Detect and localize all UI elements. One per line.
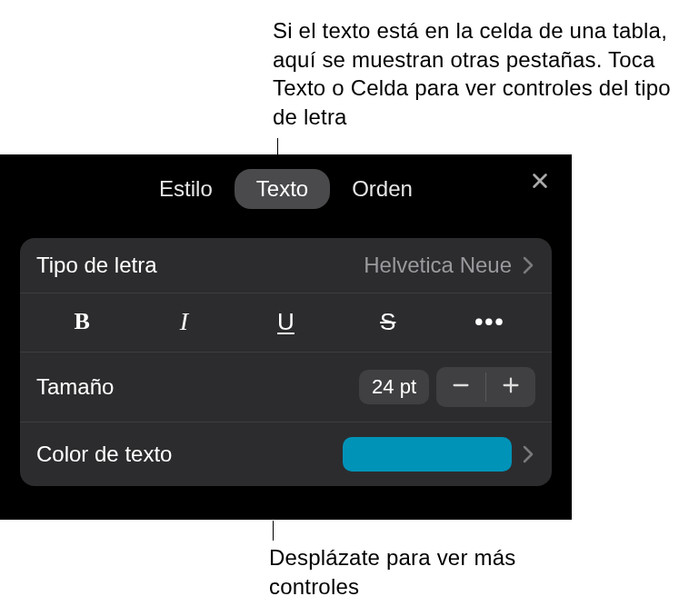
bold-button[interactable]: B xyxy=(31,299,133,344)
strikethrough-icon: S xyxy=(380,308,395,336)
font-value: Helvetica Neue xyxy=(364,253,512,278)
minus-icon xyxy=(451,373,471,402)
underline-button[interactable]: U xyxy=(235,299,336,344)
strikethrough-button[interactable]: S xyxy=(337,299,439,344)
more-icon: ••• xyxy=(474,308,504,336)
text-color-label: Color de texto xyxy=(36,442,172,467)
size-stepper xyxy=(436,367,535,407)
tab-text[interactable]: Texto xyxy=(235,169,330,209)
tab-segment: Estilo Texto Orden xyxy=(15,169,557,209)
underline-icon: U xyxy=(277,308,295,336)
font-row[interactable]: Tipo de letra Helvetica Neue xyxy=(20,238,552,293)
color-swatch[interactable] xyxy=(343,437,512,472)
plus-icon xyxy=(501,373,521,402)
text-format-card: Tipo de letra Helvetica Neue B I U S xyxy=(20,238,552,486)
tab-style[interactable]: Estilo xyxy=(137,169,235,209)
size-value[interactable]: 24 pt xyxy=(359,370,429,404)
chevron-right-icon xyxy=(523,255,535,275)
tab-bar: Estilo Texto Orden xyxy=(0,154,572,211)
size-row: Tamaño 24 pt xyxy=(20,353,552,422)
text-style-row: B I U S ••• xyxy=(20,293,552,353)
callout-bottom: Desplázate para ver más controles xyxy=(269,543,560,601)
size-label: Tamaño xyxy=(36,374,114,400)
text-color-row[interactable]: Color de texto xyxy=(20,422,552,486)
close-button[interactable] xyxy=(526,169,554,196)
decrease-size-button[interactable] xyxy=(436,367,485,407)
increase-size-button[interactable] xyxy=(486,367,535,407)
italic-button[interactable]: I xyxy=(133,299,235,344)
chevron-right-icon xyxy=(523,444,535,464)
format-panel: Estilo Texto Orden Tipo de letra Helveti… xyxy=(0,154,572,520)
more-options-button[interactable]: ••• xyxy=(439,299,541,344)
italic-icon: I xyxy=(180,307,188,336)
callout-leader-bottom xyxy=(273,521,274,541)
font-label: Tipo de letra xyxy=(36,253,157,278)
tab-order[interactable]: Orden xyxy=(330,169,434,209)
bold-icon: B xyxy=(74,308,89,335)
close-icon xyxy=(530,171,550,194)
callout-top: Si el texto está en la celda de una tabl… xyxy=(273,16,695,132)
